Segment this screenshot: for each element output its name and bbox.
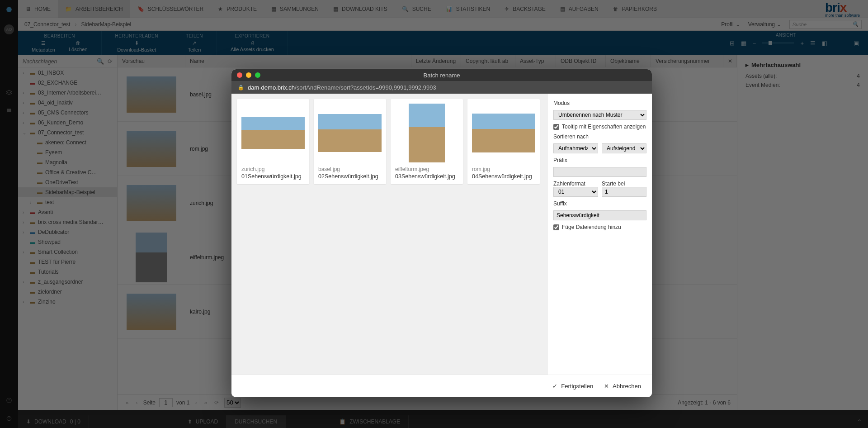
col-name[interactable]: Name (185, 55, 411, 67)
page-refresh-icon[interactable]: ⟳ (212, 399, 221, 406)
page-prev-icon[interactable]: ‹ (134, 399, 140, 406)
expand-icon[interactable]: › (23, 120, 27, 125)
finish-button[interactable]: ✓Fertigstellen (552, 383, 593, 390)
col-copyright[interactable]: Copyright läuft ab (461, 55, 515, 67)
sort-order-select[interactable]: Aufsteigend sor (602, 143, 646, 153)
tree-search-input[interactable] (23, 58, 93, 65)
admin-dropdown[interactable]: Verwaltung⌄ (748, 21, 781, 28)
expand-icon[interactable]: › (23, 300, 27, 304)
tree-item[interactable]: ›▬01_INBOX (18, 68, 117, 78)
profile-dropdown[interactable]: Profil⌄ (721, 21, 740, 28)
crumb-b[interactable]: SidebarMap-Beispiel (81, 21, 131, 28)
expand-icon[interactable]: › (23, 210, 27, 215)
tree-item[interactable]: ▬zielordner (18, 287, 117, 297)
expand-icon[interactable]: › (23, 230, 27, 235)
tile-view-icon[interactable]: ◧ (822, 40, 827, 47)
panel-icon[interactable]: ▣ (854, 40, 859, 47)
nav-tab-arbeitsbereich[interactable]: 📁ARBEITSBEREICH (58, 0, 130, 18)
power-icon[interactable] (6, 415, 12, 422)
prefix-input[interactable] (553, 167, 646, 177)
page-size-select[interactable]: 50 (224, 398, 241, 408)
toolbar-teilen[interactable]: ↗Teilen (188, 40, 201, 52)
tree-item[interactable]: ›▬Avanti (18, 207, 117, 217)
tree-item[interactable]: ›▬z_ausgangsordner (18, 277, 117, 287)
mode-select[interactable]: Umbenennen nach Muster (553, 110, 646, 120)
expand-icon[interactable]: › (30, 200, 34, 205)
tree-item[interactable]: ▬akeneo: Connect (18, 138, 117, 147)
tree-item[interactable]: ›▬03_Interner Arbeitsberei… (18, 88, 117, 98)
tree-item[interactable]: ▬02_EXCHANGE (18, 78, 117, 88)
nav-tab-home[interactable]: 🖥HOME (18, 0, 58, 18)
col-vers[interactable]: Versicherungsnummer (651, 55, 723, 67)
chat-icon[interactable] (6, 108, 12, 114)
sort-field-select[interactable]: Aufnahmedatu (553, 143, 598, 153)
tree-item[interactable]: ▬SidebarMap-Beispiel (18, 187, 117, 197)
cancel-button[interactable]: ✕Abbrechen (604, 383, 641, 390)
nav-tab-sammlungen[interactable]: ▦SAMMLUNGEN (264, 0, 326, 18)
tree-item[interactable]: ›▬Smart Collection (18, 247, 117, 257)
toolbar-alle assets drucken[interactable]: 🖨Alle Assets drucken (231, 40, 274, 52)
expand-icon[interactable]: › (23, 71, 27, 76)
col-odb[interactable]: ODB Objekt ID (556, 55, 606, 67)
app-icon[interactable] (6, 6, 12, 13)
suffix-input[interactable] (553, 210, 646, 220)
tree-item[interactable]: ▬OneDriveTest (18, 177, 117, 187)
expand-icon[interactable]: › (23, 280, 27, 285)
nav-tab-produkte[interactable]: ★PRODUKTE (211, 0, 264, 18)
tree-item[interactable]: ▬Office & Creative C… (18, 167, 117, 177)
page-last-icon[interactable]: » (202, 399, 209, 406)
start-input[interactable] (602, 187, 646, 197)
bottom-collapse-icon[interactable]: ⌃ (851, 418, 868, 425)
toolbar-löschen[interactable]: 🗑Löschen (69, 40, 88, 52)
zoom-slider[interactable] (762, 43, 794, 43)
page-next-icon[interactable]: › (193, 399, 198, 406)
rename-card[interactable]: rom.jpg04Sehenswürdigkeit.jpg (467, 99, 540, 184)
crumb-a[interactable]: 07_Connector_test (24, 21, 70, 28)
nav-tab-schlüsselwörter[interactable]: 🔖SCHLÜSSELWÖRTER (130, 0, 211, 18)
zoom-plus-icon[interactable]: + (800, 40, 804, 47)
tree-item[interactable]: ▬Showpad (18, 237, 117, 247)
grid-icon[interactable]: ▦ (741, 40, 746, 47)
page-input[interactable] (159, 398, 173, 407)
col-type[interactable]: Asset-Typ (515, 55, 556, 67)
tree-item[interactable]: ›▬brix cross media Standar… (18, 217, 117, 227)
rename-card[interactable]: basel.jpg02Sehenswürdigkeit.jpg (314, 99, 386, 184)
rename-card[interactable]: eiffelturm.jpeg03Sehenswürdigkeit.jpg (391, 99, 463, 184)
expand-icon[interactable]: › (23, 250, 27, 255)
refresh-icon[interactable]: ⟳ (108, 58, 113, 65)
tree-item[interactable]: ⌄▬07_Connector_test (18, 128, 117, 138)
download-tab[interactable]: ⬇DOWNLOAD0 | 0 (18, 415, 89, 428)
rename-card[interactable]: zurich.jpg01Sehenswürdigkeit.jpg (237, 99, 309, 184)
user-avatar[interactable]: AO (4, 24, 14, 34)
nav-tab-backstage[interactable]: ✈BACKSTAGE (497, 0, 552, 18)
toolbar-download-basket[interactable]: ⬇Download-Basket (117, 40, 156, 52)
layers-icon[interactable] (6, 90, 12, 96)
tree-item[interactable]: ▬Magnolia (18, 157, 117, 167)
list-view-icon[interactable]: ☰ (810, 40, 816, 47)
col-obj[interactable]: Objektname (606, 55, 651, 67)
zoom-minus-icon[interactable]: − (753, 40, 756, 47)
tree-item[interactable]: ›▬test (18, 197, 117, 207)
numformat-select[interactable]: 01 (553, 187, 598, 197)
col-modified[interactable]: Letzte Änderung (411, 55, 461, 67)
clipboard-tab[interactable]: 📋ZWISCHENABLAGE (331, 415, 409, 428)
tree-item[interactable]: ›▬04_old_inaktiv (18, 98, 117, 108)
extension-checkbox[interactable] (553, 224, 559, 230)
nav-tab-aufgaben[interactable]: ▤AUFGABEN (553, 0, 606, 18)
tree-item[interactable]: ▬Tutorials (18, 267, 117, 277)
nav-tab-papierkorb[interactable]: 🗑PAPIERKORB (606, 0, 664, 18)
expand-icon[interactable]: › (23, 90, 27, 95)
global-search[interactable]: Suche🔍 (789, 20, 862, 29)
toolbar-metadaten[interactable]: ☰Metadaten (32, 40, 55, 52)
expand-icon[interactable]: › (23, 110, 27, 115)
tree-item[interactable]: ▬Eyeem (18, 147, 117, 157)
tooltip-checkbox[interactable] (553, 124, 559, 130)
page-first-icon[interactable]: « (124, 399, 131, 406)
nav-tab-suche[interactable]: 🔍SUCHE (395, 0, 439, 18)
help-icon[interactable]: ? (6, 397, 12, 404)
expand-icon[interactable]: › (23, 220, 27, 225)
tree-item[interactable]: ›▬05_CMS Connectors (18, 108, 117, 118)
col-preview[interactable]: Vorschau (118, 55, 185, 67)
upload-tab[interactable]: ⬆UPLOAD (179, 415, 226, 428)
browse-tab[interactable]: DURCHSUCHEN (226, 415, 286, 428)
